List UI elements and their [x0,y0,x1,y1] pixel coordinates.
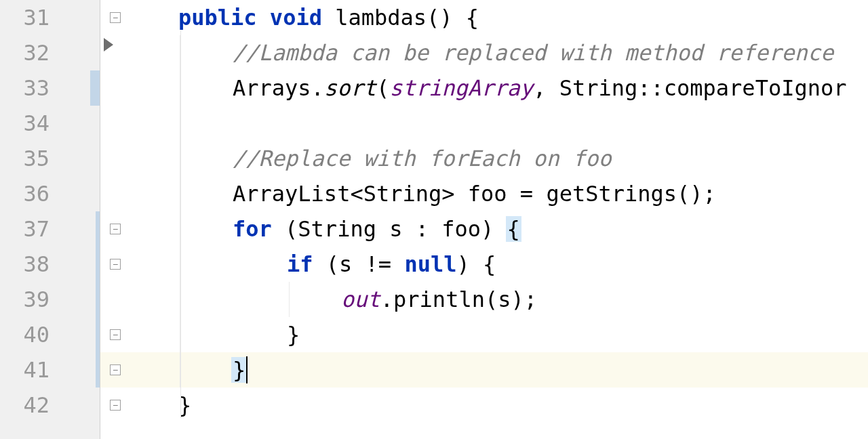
gutter-row: 39 [0,282,100,317]
gutter-row: 34 [0,106,100,141]
line-number[interactable]: 42 [5,392,50,418]
code-token-kw: if [287,251,313,277]
gutter-row: 42 [0,388,100,423]
gutter-annotation [50,211,100,247]
code-token-field: stringArray [389,75,533,101]
code-line[interactable]: Arrays.sort(stringArray, String::compare… [100,70,868,106]
code-token-default: ) { [456,251,496,277]
vcs-change-marker[interactable] [96,247,100,282]
code-line[interactable]: public void lambdas() { [100,0,868,35]
vcs-change-marker[interactable] [96,352,100,388]
code-line[interactable]: ArrayList<String> foo = getStrings(); [100,176,868,211]
code-line[interactable]: } [100,352,868,388]
gutter-annotation [50,176,100,211]
indent-guide [289,282,290,317]
vcs-change-marker[interactable] [90,70,100,106]
indent-guide [180,30,181,418]
vcs-change-marker[interactable] [96,282,100,317]
code-token-default: Arrays. [233,75,324,101]
gutter-annotation [50,282,100,317]
code-token-kw: public [178,5,257,30]
gutter-annotation [50,35,100,70]
code-line[interactable] [100,106,868,141]
gutter-row: 41 [0,352,100,388]
code-token-default: } [287,322,300,348]
code-line[interactable]: } [100,317,868,352]
vcs-change-marker[interactable] [96,317,100,352]
code-token-default [257,5,270,30]
code-token-default: (String s : foo) [272,216,507,242]
code-token-kw: for [233,216,272,242]
gutter-row: 37 [0,211,100,247]
code-token-kw: null [404,251,456,277]
gutter-row: 31 [0,0,100,35]
code-line[interactable]: //Lambda can be replaced with method ref… [100,35,868,70]
code-token-comment: //Replace with forEach on foo [233,146,612,171]
line-number[interactable]: 36 [5,181,50,207]
code-token-kw: void [270,5,322,30]
gutter-row: 33 [0,70,100,106]
code-token-default: { [506,216,521,242]
line-number[interactable]: 40 [5,322,50,348]
code-token-default: (s != [313,251,405,277]
code-token-static-field: out [341,287,380,312]
line-number[interactable]: 31 [5,5,50,30]
gutter-annotation [50,317,100,352]
gutter-annotation [50,0,100,35]
vcs-change-marker[interactable] [96,211,100,247]
gutter-annotation [50,388,100,423]
code-token-comment: //Lambda can be replaced with method ref… [233,40,833,66]
fold-toggle-icon[interactable] [110,12,121,23]
code-token-default: } [231,357,247,383]
code-line[interactable]: } [100,388,868,423]
code-token-method: sort [324,75,376,101]
code-token-default: ArrayList<String> foo = getStrings(); [233,181,716,207]
line-number[interactable]: 32 [5,40,50,66]
run-gutter-icon[interactable] [104,38,113,51]
gutter-annotation [50,106,100,141]
code-line[interactable]: if (s != null) { [100,247,868,282]
fold-toggle-icon[interactable] [110,400,121,411]
code-token-default: , String::compareToIgnor [533,75,846,101]
line-number[interactable]: 33 [5,75,50,101]
code-token-default: ( [376,75,389,101]
line-number[interactable]: 34 [5,110,50,136]
code-area[interactable]: public void lambdas() {//Lambda can be r… [100,0,868,439]
gutter-row: 36 [0,176,100,211]
gutter-row: 32 [0,35,100,70]
code-token-default: lambdas() { [335,5,479,30]
gutter-annotation [50,247,100,282]
gutter-row: 35 [0,141,100,176]
text-cursor [246,356,248,383]
code-editor[interactable]: 313233343536373839404142 public void lam… [0,0,868,439]
fold-toggle-icon[interactable] [110,364,121,375]
fold-toggle-icon[interactable] [110,259,121,270]
code-token-default: .println(s); [380,287,537,312]
code-line[interactable]: out.println(s); [100,282,868,317]
code-line[interactable]: for (String s : foo) { [100,211,868,247]
gutter-row: 40 [0,317,100,352]
line-number[interactable]: 41 [5,357,50,383]
line-number[interactable]: 37 [5,216,50,242]
gutter-annotation [50,352,100,388]
code-line[interactable]: //Replace with forEach on foo [100,141,868,176]
gutter-annotation [50,70,100,106]
fold-toggle-icon[interactable] [110,329,121,340]
line-number[interactable]: 35 [5,146,50,171]
gutter-row: 38 [0,247,100,282]
gutter: 313233343536373839404142 [0,0,100,439]
line-number[interactable]: 38 [5,251,50,277]
code-token-default [322,5,335,30]
gutter-annotation [50,141,100,176]
fold-toggle-icon[interactable] [110,224,121,234]
line-number[interactable]: 39 [5,287,50,312]
